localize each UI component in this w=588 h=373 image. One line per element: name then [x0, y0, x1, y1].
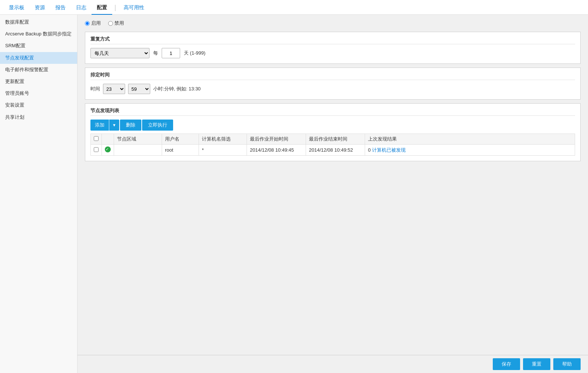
row-filter: * [199, 145, 247, 156]
col-header-end-time: 最后作业结束时间 [306, 134, 365, 145]
execute-button[interactable]: 立即执行 [142, 120, 173, 131]
col-header-region: 节点区域 [114, 134, 162, 145]
col-header-start-time: 最后作业开始时间 [247, 134, 306, 145]
bottom-bar: 保存 重置 帮助 [78, 355, 588, 373]
select-all-checkbox[interactable] [94, 136, 99, 141]
result-link[interactable]: 计算机已被发现 [372, 147, 406, 153]
add-dropdown-button[interactable]: ▼ [109, 120, 119, 131]
nav-divider: | [114, 0, 116, 15]
row-last-result: 0 计算机已被发现 [365, 145, 575, 156]
schedule-section-title: 排定时间 [90, 72, 575, 80]
nav-ha[interactable]: 高可用性 [118, 0, 149, 15]
nav-logs[interactable]: 日志 [71, 0, 92, 15]
every-prefix-label: 每 [153, 50, 158, 56]
node-toolbar: 添加 ▼ 删除 立即执行 [90, 120, 575, 131]
disable-radio[interactable] [108, 21, 113, 26]
time-row: 时间 23 59 小时:分钟, 例如: 13:30 [90, 84, 575, 94]
row-checkbox[interactable] [94, 147, 99, 152]
row-end-time: 2014/12/08 10:49:52 [306, 145, 365, 156]
row-region [114, 145, 162, 156]
table-header-row: 节点区域 用户名 计算机名筛选 最后作业开始时间 最后作业结束时间 上次发现结果 [91, 134, 575, 145]
help-button[interactable]: 帮助 [553, 358, 581, 370]
hour-select[interactable]: 23 [103, 84, 125, 94]
row-start-time: 2014/12/08 10:49:45 [247, 145, 306, 156]
sidebar-item-node-discovery[interactable]: 节点发现配置 [0, 52, 77, 64]
sidebar-item-update[interactable]: 更新配置 [0, 76, 77, 87]
col-header-username: 用户名 [162, 134, 199, 145]
reset-button[interactable]: 重置 [523, 358, 550, 370]
add-button-group: 添加 ▼ [90, 120, 119, 131]
sidebar-item-email-alert[interactable]: 电子邮件和报警配置 [0, 64, 77, 76]
repeat-row: 每几天 每 天 (1-999) [90, 48, 575, 58]
nav-dashboard[interactable]: 显示板 [4, 0, 30, 15]
sidebar-item-admin[interactable]: 管理员账号 [0, 87, 77, 99]
sidebar-item-shared-plan[interactable]: 共享计划 [0, 111, 77, 123]
enable-radio[interactable] [85, 21, 90, 26]
col-header-checkbox [91, 134, 102, 145]
enable-radio-label[interactable]: 启用 [85, 20, 101, 27]
repeat-section-title: 重复方式 [90, 36, 575, 44]
node-list-section: 节点发现列表 添加 ▼ 删除 立即执行 [85, 103, 581, 161]
every-unit-label: 天 (1-999) [184, 50, 206, 56]
time-label: 时间 [90, 86, 100, 92]
sidebar-item-db-config[interactable]: 数据库配置 [0, 16, 77, 28]
top-navigation: 显示板 资源 报告 日志 配置 | 高可用性 [0, 0, 588, 15]
disable-radio-label[interactable]: 禁用 [108, 20, 124, 27]
sidebar-item-arcserve-sync[interactable]: Arcserve Backup 数据同步指定 [0, 28, 77, 40]
nav-config[interactable]: 配置 [92, 0, 112, 15]
disable-label: 禁用 [114, 20, 124, 27]
nav-reports[interactable]: 报告 [50, 0, 71, 15]
enable-label: 启用 [91, 20, 101, 27]
status-ok-icon [105, 146, 111, 152]
sidebar-item-srm[interactable]: SRM配置 [0, 40, 77, 52]
table-row: root * 2014/12/08 10:49:45 2014/12/08 10… [91, 145, 575, 156]
repeat-section: 重复方式 每几天 每 天 (1-999) [85, 32, 581, 64]
col-header-status [102, 134, 114, 145]
schedule-section: 排定时间 时间 23 59 小时:分钟, 例如: 13:30 [85, 68, 581, 100]
every-value-input[interactable] [162, 48, 180, 58]
minute-select[interactable]: 59 [128, 84, 150, 94]
row-checkbox-cell [91, 145, 102, 156]
enable-disable-radio-group: 启用 禁用 [85, 20, 581, 27]
col-header-filter: 计算机名筛选 [199, 134, 247, 145]
row-status-cell [102, 145, 114, 156]
add-button[interactable]: 添加 [90, 120, 109, 131]
main-layout: 数据库配置 Arcserve Backup 数据同步指定 SRM配置 节点发现配… [0, 15, 588, 373]
row-username: root [162, 145, 199, 156]
node-table: 节点区域 用户名 计算机名筛选 最后作业开始时间 最后作业结束时间 上次发现结果 [90, 134, 575, 156]
save-button[interactable]: 保存 [493, 358, 520, 370]
col-header-last-result: 上次发现结果 [365, 134, 575, 145]
main-content: 启用 禁用 重复方式 每几天 每 天 (1-999) [78, 15, 588, 373]
time-hint: 小时:分钟, 例如: 13:30 [153, 86, 201, 92]
node-list-title: 节点发现列表 [90, 107, 575, 116]
repeat-type-select[interactable]: 每几天 [90, 48, 149, 58]
sidebar-item-install[interactable]: 安装设置 [0, 99, 77, 111]
delete-button[interactable]: 删除 [120, 120, 141, 131]
nav-resources[interactable]: 资源 [30, 0, 50, 15]
sidebar: 数据库配置 Arcserve Backup 数据同步指定 SRM配置 节点发现配… [0, 15, 78, 373]
